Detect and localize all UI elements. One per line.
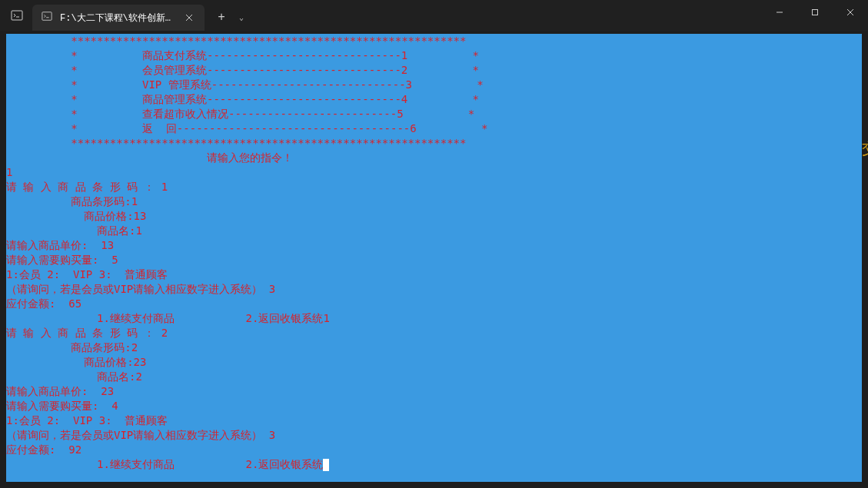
- terminal-viewport[interactable]: ****************************************…: [6, 34, 862, 482]
- tab-active[interactable]: F:\大二下课程\软件创新\代码\: [32, 5, 205, 31]
- window-controls: [762, 0, 868, 31]
- svg-rect-2: [42, 12, 52, 21]
- terminal-line: 应付金额: 92: [6, 443, 862, 457]
- terminal-line: 商品价格:23: [6, 355, 862, 370]
- terminal-line: * 商品支付系统------------------------------1 …: [6, 48, 862, 63]
- new-tab-button[interactable]: +: [211, 7, 232, 28]
- terminal-line: * VIP 管理系统------------------------------…: [6, 78, 862, 92]
- terminal-line: 请 输 入 商 品 条 形 码 ： 1: [6, 180, 862, 194]
- titlebar-left: F:\大二下课程\软件创新\代码\ + ⌄: [6, 0, 251, 31]
- terminal-line: 1: [6, 165, 862, 180]
- terminal-line: 商品条形码:1: [6, 194, 862, 209]
- terminal-line: 商品名:2: [6, 370, 862, 384]
- terminal-app-icon: [11, 9, 23, 22]
- minimize-button[interactable]: [762, 0, 797, 25]
- terminal-cursor: [323, 459, 329, 471]
- right-edge-accent: 交: [862, 138, 868, 161]
- tab-terminal-icon: [42, 11, 52, 25]
- terminal-line: 商品名:1: [6, 224, 862, 238]
- svg-rect-0: [12, 11, 22, 20]
- terminal-line: * 查看超市收入情况--------------------------5 *: [6, 107, 862, 121]
- tab-close-button[interactable]: [183, 12, 195, 24]
- terminal-line: （请询问，若是会员或VIP请输入相应数字进入系统） 3: [6, 428, 862, 443]
- terminal-line: * 会员管理系统------------------------------2 …: [6, 63, 862, 78]
- titlebar: F:\大二下课程\软件创新\代码\ + ⌄: [0, 0, 868, 31]
- tab-title: F:\大二下课程\软件创新\代码\: [60, 12, 175, 25]
- terminal-line: 请输入商品单价: 13: [6, 238, 862, 253]
- terminal-line: ****************************************…: [6, 34, 862, 48]
- svg-rect-7: [813, 10, 818, 15]
- terminal-line: 请 输 入 商 品 条 形 码 ： 2: [6, 326, 862, 340]
- terminal-line: 请输入需要购买量: 4: [6, 399, 862, 413]
- terminal-line: 1:会员 2: VIP 3: 普通顾客: [6, 413, 862, 428]
- close-button[interactable]: [833, 0, 868, 25]
- terminal-window: F:\大二下课程\软件创新\代码\ + ⌄ ******************…: [0, 0, 868, 488]
- terminal-line: * 商品管理系统------------------------------4 …: [6, 92, 862, 107]
- terminal-line: 1.继续支付商品 2.返回收银系统: [6, 457, 862, 472]
- terminal-line: 商品价格:13: [6, 209, 862, 224]
- terminal-line: * 返 回-----------------------------------…: [6, 121, 862, 136]
- terminal-line: 请输入需要购买量: 5: [6, 253, 862, 267]
- terminal-line: ****************************************…: [6, 136, 862, 151]
- terminal-line: 请输入您的指令！: [6, 151, 862, 165]
- terminal-line: 商品条形码:2: [6, 340, 862, 355]
- terminal-line: 1:会员 2: VIP 3: 普通顾客: [6, 267, 862, 282]
- maximize-button[interactable]: [797, 0, 833, 25]
- terminal-line: 请输入商品单价: 23: [6, 384, 862, 399]
- terminal-line: 1.继续支付商品 2.返回收银系统1: [6, 311, 862, 326]
- tab-dropdown-button[interactable]: ⌄: [232, 7, 251, 28]
- terminal-line: 应付金额: 65: [6, 297, 862, 311]
- terminal-line: （请询问，若是会员或VIP请输入相应数字进入系统） 3: [6, 282, 862, 297]
